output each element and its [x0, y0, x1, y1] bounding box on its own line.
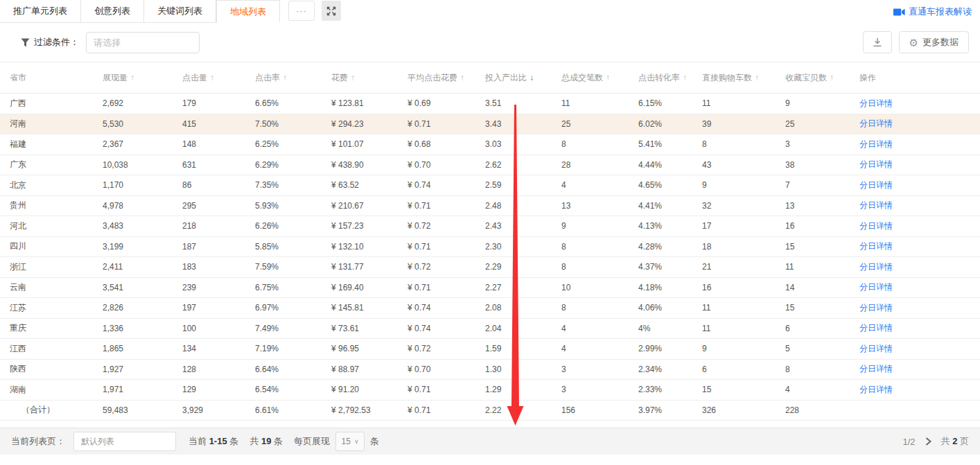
tab-4[interactable]: 地域列表 [216, 0, 280, 23]
next-page-button[interactable] [925, 437, 931, 446]
value-cell: 39 [702, 119, 785, 129]
value-cell: 4.18% [638, 283, 702, 292]
daily-detail-link[interactable]: 分日详情 [859, 139, 893, 149]
report-guide-link[interactable]: 直通车报表解读 [893, 6, 972, 18]
value-cell: 3 [561, 365, 638, 374]
value-cell: 7.50% [255, 119, 331, 129]
sort-up-icon[interactable]: ↑ [830, 73, 834, 82]
column-header-12: 操作 [859, 72, 980, 84]
per-page-label: 每页展现 [294, 435, 330, 448]
filter-label-text: 过滤条件： [34, 36, 79, 49]
tab-2[interactable]: 创意列表 [81, 0, 144, 23]
value-cell: 6.97% [255, 303, 331, 313]
more-tabs-button[interactable]: ··· [288, 1, 315, 21]
sort-down-icon[interactable]: ↓ [530, 73, 534, 82]
daily-detail-link[interactable]: 分日详情 [859, 221, 893, 231]
download-button[interactable] [863, 31, 892, 53]
value-cell: 3.43 [485, 119, 561, 129]
value-cell: 2,411 [103, 262, 182, 272]
daily-detail-link[interactable]: 分日详情 [859, 262, 893, 272]
column-header-7[interactable]: 投入产出比↓ [485, 72, 561, 84]
value-cell: 6.75% [255, 283, 331, 292]
column-label: 点击量 [182, 72, 207, 84]
list-name-input[interactable] [73, 432, 176, 451]
page-indicator: 1/2 [902, 437, 915, 447]
value-cell: 7.35% [255, 180, 331, 190]
value-cell: 2.29 [485, 262, 561, 272]
value-cell: 2.22 [485, 405, 561, 415]
value-cell: 6.61% [255, 405, 331, 415]
province-cell: 云南 [0, 281, 103, 293]
per-page-select[interactable]: 15 ∨ [335, 432, 365, 451]
value-cell: 11 [561, 98, 638, 108]
daily-detail-link[interactable]: 分日详情 [859, 282, 893, 292]
value-cell: 6 [785, 324, 859, 333]
daily-detail-link[interactable]: 分日详情 [859, 180, 893, 190]
value-cell: 21 [702, 262, 785, 272]
tab-3[interactable]: 关键词列表 [144, 0, 216, 23]
column-header-2[interactable]: 展现量↑ [103, 72, 182, 84]
column-label: 总成交笔数 [561, 72, 603, 84]
sort-up-icon[interactable]: ↑ [460, 73, 464, 82]
value-cell: 15 [785, 303, 859, 313]
total-value: 19 [261, 436, 271, 446]
value-cell: 9 [702, 180, 785, 190]
tab-1[interactable]: 推广单元列表 [0, 0, 81, 23]
action-cell: 分日详情 [859, 118, 980, 130]
sort-up-icon[interactable]: ↑ [755, 73, 759, 82]
column-header-11[interactable]: 收藏宝贝数↑ [785, 72, 859, 84]
table-row: 云南3,5412396.75%¥ 169.40¥ 0.712.27104.18%… [0, 277, 980, 298]
value-cell: 2.34% [638, 365, 702, 374]
sort-up-icon[interactable]: ↑ [683, 73, 687, 82]
value-cell: 187 [182, 242, 255, 252]
table-header-row: 省市展现量↑点击量↑点击率↑花费↑平均点击花费↑投入产出比↓总成交笔数↑点击转化… [0, 62, 980, 93]
column-header-6[interactable]: 平均点击花费↑ [408, 72, 485, 84]
column-label: 收藏宝贝数 [785, 72, 827, 84]
value-cell: ¥ 91.20 [331, 385, 408, 394]
daily-detail-link[interactable]: 分日详情 [859, 241, 893, 251]
value-cell: ¥ 0.71 [408, 242, 485, 252]
sort-up-icon[interactable]: ↑ [283, 73, 287, 82]
sort-up-icon[interactable]: ↑ [210, 73, 214, 82]
daily-detail-link[interactable]: 分日详情 [859, 344, 893, 353]
daily-detail-link[interactable]: 分日详情 [859, 385, 893, 394]
value-cell: 4.13% [638, 221, 702, 231]
value-cell: ¥ 0.69 [408, 98, 485, 108]
value-cell: 16 [702, 283, 785, 292]
daily-detail-link[interactable]: 分日详情 [859, 200, 893, 210]
value-cell: 25 [785, 119, 859, 129]
action-cell: 分日详情 [859, 363, 980, 375]
table-row: 陕西1,9271286.64%¥ 88.97¥ 0.701.3032.34%68… [0, 359, 980, 380]
daily-detail-link[interactable]: 分日详情 [859, 159, 893, 169]
filter-label: 过滤条件： [21, 36, 79, 49]
value-cell: 4% [638, 324, 702, 333]
value-cell: 7 [785, 180, 859, 190]
value-cell: 11 [702, 98, 785, 108]
value-cell: 86 [182, 180, 255, 190]
daily-detail-link[interactable]: 分日详情 [859, 98, 893, 108]
action-cell: 分日详情 [859, 261, 980, 273]
daily-detail-link[interactable]: 分日详情 [859, 119, 893, 128]
value-cell: 5,530 [103, 119, 182, 129]
range-prefix: 当前 [189, 436, 207, 446]
province-cell: 河北 [0, 220, 103, 232]
sort-up-icon[interactable]: ↑ [606, 73, 610, 82]
column-header-8[interactable]: 总成交笔数↑ [561, 72, 638, 84]
table-row: 河北3,4832186.26%¥ 157.23¥ 0.722.4394.13%1… [0, 216, 980, 236]
more-data-button[interactable]: ⚙ 更多数据 [899, 31, 969, 53]
expand-button[interactable] [322, 1, 341, 21]
table-row: 湖南1,9711296.54%¥ 91.20¥ 0.711.2932.33%15… [0, 379, 980, 400]
value-cell: 1,336 [103, 324, 182, 333]
column-header-4[interactable]: 点击率↑ [255, 72, 331, 84]
daily-detail-link[interactable]: 分日详情 [859, 303, 893, 313]
column-header-3[interactable]: 点击量↑ [182, 72, 255, 84]
column-header-5[interactable]: 花费↑ [331, 72, 408, 84]
column-header-9[interactable]: 点击转化率↑ [638, 72, 702, 84]
sort-up-icon[interactable]: ↑ [351, 73, 355, 82]
daily-detail-link[interactable]: 分日详情 [859, 323, 893, 333]
sort-up-icon[interactable]: ↑ [130, 73, 134, 82]
filter-select-input[interactable] [86, 32, 200, 53]
daily-detail-link[interactable]: 分日详情 [859, 364, 893, 374]
column-header-10[interactable]: 直接购物车数↑ [702, 72, 785, 84]
value-cell: 6.54% [255, 385, 331, 394]
